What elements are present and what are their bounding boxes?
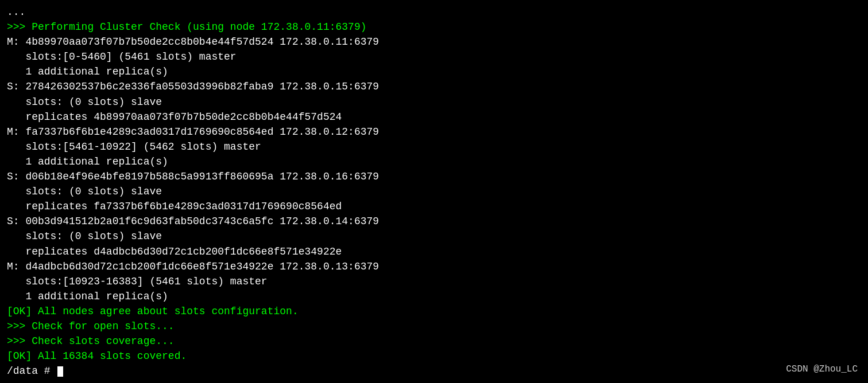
terminal-line: slots: (0 slots) slave [7, 229, 861, 244]
terminal-line: 1 additional replica(s) [7, 289, 861, 304]
terminal-line: S: 00b3d941512b2a01f6c9d63fab50dc3743c6a… [7, 214, 861, 229]
terminal-line: ... [7, 5, 861, 19]
terminal-line: slots: (0 slots) slave [7, 184, 861, 199]
terminal-line: 1 additional replica(s) [7, 64, 861, 79]
terminal-line: replicates d4adbcb6d30d72c1cb200f1dc66e8… [7, 244, 861, 259]
terminal-line: /data # [7, 364, 861, 378]
terminal-line: M: 4b89970aa073f07b7b50de2cc8b0b4e44f57d… [7, 34, 861, 49]
terminal-line: slots:[0-5460] (5461 slots) master [7, 49, 861, 64]
terminal-line: S: d06b18e4f96e4bfe8197b588c5a9913ff8606… [7, 169, 861, 184]
watermark: CSDN @Zhou_LC [786, 363, 858, 376]
terminal-line: >>> Performing Cluster Check (using node… [7, 19, 861, 34]
terminal-line: slots:[5461-10922] (5462 slots) master [7, 139, 861, 154]
terminal-output: ...>>> Performing Cluster Check (using n… [7, 5, 861, 378]
terminal-line: S: 278426302537b6c2e336fa05503d3996b82fa… [7, 79, 861, 94]
terminal-line: >>> Check slots coverage... [7, 334, 861, 349]
terminal-line: M: fa7337b6f6b1e4289c3ad0317d1769690c856… [7, 124, 861, 139]
terminal-line: slots: (0 slots) slave [7, 95, 861, 110]
terminal-window: ...>>> Performing Cluster Check (using n… [0, 0, 868, 383]
terminal-line: replicates fa7337b6f6b1e4289c3ad0317d176… [7, 199, 861, 214]
terminal-line: [OK] All 16384 slots covered. [7, 349, 861, 364]
terminal-line: slots:[10923-16383] (5461 slots) master [7, 274, 861, 289]
terminal-line: [OK] All nodes agree about slots configu… [7, 304, 861, 319]
terminal-line: M: d4adbcb6d30d72c1cb200f1dc66e8f571e349… [7, 259, 861, 274]
terminal-line: 1 additional replica(s) [7, 154, 861, 169]
terminal-cursor [57, 366, 63, 377]
terminal-line: replicates 4b89970aa073f07b7b50de2cc8b0b… [7, 110, 861, 124]
terminal-line: >>> Check for open slots... [7, 319, 861, 334]
